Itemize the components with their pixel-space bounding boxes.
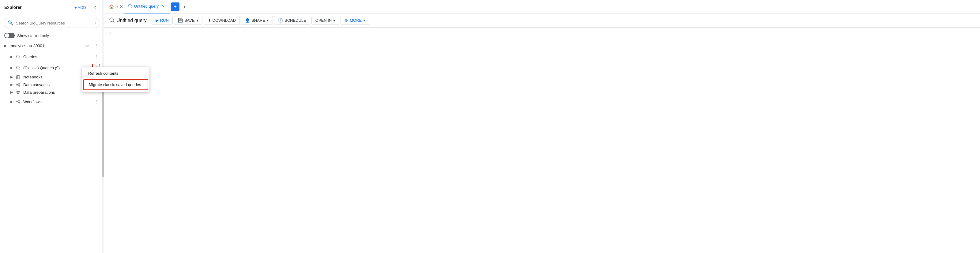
svg-line-18: [18, 101, 19, 101]
workflows-icon: [15, 100, 21, 104]
workflows-expand-icon: ▶: [9, 100, 15, 104]
svg-line-21: [131, 7, 132, 8]
new-tab-button[interactable]: +: [171, 2, 180, 11]
line-numbers: 1: [104, 27, 116, 253]
more-icon[interactable]: ⋮: [92, 41, 100, 49]
svg-point-0: [16, 55, 19, 58]
starred-label: Show starred only: [17, 33, 49, 38]
home-icon: 🏠: [109, 4, 114, 9]
workflows-more-icon[interactable]: ⋮: [92, 98, 100, 106]
share-icon: 👤: [245, 18, 250, 23]
more-dropdown-icon: ▾: [363, 18, 365, 23]
svg-line-23: [113, 21, 114, 22]
svg-point-20: [129, 4, 131, 7]
sidebar-header-actions: + ADD: [73, 3, 100, 12]
run-label: RUN: [160, 18, 169, 23]
schedule-icon: 🕐: [278, 18, 283, 23]
context-menu: Refresh contents Migrate classic saved q…: [82, 67, 150, 92]
open-in-label: OPEN IN: [315, 18, 332, 23]
schedule-label: SCHEDULE: [285, 18, 306, 23]
editor-area: 1: [104, 27, 980, 253]
migrate-label: Migrate classic saved queries: [89, 83, 141, 87]
add-button[interactable]: + ADD: [73, 4, 88, 11]
svg-point-8: [19, 85, 20, 86]
run-icon: ▶: [156, 18, 159, 23]
editor-content[interactable]: [116, 27, 980, 253]
svg-line-3: [19, 68, 20, 70]
data-canvases-expand-icon: ▶: [9, 83, 15, 87]
workflows-actions: ⋮: [92, 98, 100, 106]
toolbar-title: Untitled query: [109, 17, 147, 24]
svg-point-6: [16, 84, 18, 86]
toolbar-title-text: Untitled query: [116, 18, 147, 23]
search-bar: 🔍 ?: [4, 18, 100, 28]
classic-queries-icon: [15, 65, 21, 70]
sidebar: Explorer + ADD 🔍 ? Show starred only ▶ l…: [0, 0, 104, 253]
tab-label: Untitled query: [134, 4, 159, 9]
svg-line-1: [19, 57, 20, 59]
download-label: DOWNLOAD: [213, 18, 236, 23]
svg-point-15: [16, 101, 18, 102]
svg-line-19: [18, 102, 19, 103]
notebooks-expand-icon: ▶: [9, 75, 15, 79]
scrollbar[interactable]: [102, 0, 104, 253]
queries-icon: [15, 54, 21, 59]
project-label: lranalytics-au-80001: [9, 43, 83, 48]
more-label: MORE: [350, 18, 362, 23]
save-dropdown-icon: ▾: [196, 18, 199, 23]
close-home-button[interactable]: ✕: [118, 4, 124, 10]
classic-queries-expand-icon: ▶: [9, 66, 15, 70]
share-dropdown-icon: ▾: [267, 18, 269, 23]
notebooks-icon: [15, 75, 21, 80]
context-menu-migrate[interactable]: Migrate classic saved queries: [83, 80, 148, 90]
line-number-1: 1: [108, 31, 112, 37]
svg-point-2: [16, 66, 19, 69]
run-button[interactable]: ▶ RUN: [151, 16, 173, 25]
data-preparations-expand-icon: ▶: [9, 91, 15, 94]
queries-more-icon[interactable]: ⋮: [92, 53, 100, 60]
main-content: 🏠 ▾ ✕ Untitled query ✕ + ▾ Untitled quer…: [104, 0, 980, 253]
save-button[interactable]: 💾 SAVE ▾: [174, 16, 202, 25]
save-icon: 💾: [178, 18, 183, 23]
help-icon[interactable]: ?: [94, 21, 96, 26]
refresh-label: Refresh contents: [88, 71, 118, 76]
starred-toggle-switch[interactable]: [4, 33, 15, 38]
open-in-dropdown-icon: ▾: [333, 18, 335, 23]
svg-point-7: [19, 83, 20, 84]
star-icon[interactable]: ☆: [83, 41, 91, 49]
toolbar-title-icon: [109, 17, 115, 24]
home-tab[interactable]: 🏠: [107, 3, 116, 10]
save-label: SAVE: [185, 18, 195, 23]
sidebar-title: Explorer: [4, 5, 22, 10]
project-item[interactable]: ▶ lranalytics-au-80001 ☆ ⋮: [0, 40, 104, 51]
tabs-dropdown-button[interactable]: ▾: [180, 2, 189, 11]
download-icon: ⬇: [208, 18, 211, 23]
context-menu-refresh[interactable]: Refresh contents: [82, 68, 150, 79]
svg-rect-4: [16, 75, 20, 79]
sidebar-header: Explorer + ADD: [0, 0, 104, 15]
tab-query-icon: [128, 4, 132, 9]
more-button[interactable]: ⚙ MORE ▾: [340, 16, 369, 25]
data-canvases-icon: [15, 83, 21, 87]
queries-expand-icon: ▶: [9, 55, 15, 59]
open-in-button[interactable]: OPEN IN ▾: [312, 16, 339, 25]
svg-point-17: [19, 102, 20, 103]
collapse-button[interactable]: [91, 3, 100, 12]
queries-label: Queries: [23, 54, 92, 59]
download-button[interactable]: ⬇ DOWNLOAD: [204, 16, 240, 25]
more-icon: ⚙: [345, 18, 348, 23]
schedule-button[interactable]: 🕐 SCHEDULE: [274, 16, 310, 25]
project-actions: ☆ ⋮: [83, 41, 100, 49]
svg-point-16: [19, 100, 20, 101]
untitled-query-tab[interactable]: Untitled query ✕: [124, 0, 170, 13]
starred-toggle[interactable]: Show starred only: [0, 31, 104, 40]
search-input[interactable]: [16, 21, 91, 25]
share-button[interactable]: 👤 SHARE ▾: [241, 16, 273, 25]
queries-actions: ⋮: [92, 53, 100, 60]
tab-close-button[interactable]: ✕: [161, 4, 166, 9]
queries-item[interactable]: ▶ Queries ⋮: [6, 51, 104, 62]
data-preparations-icon: [15, 91, 21, 95]
svg-line-9: [18, 84, 19, 84]
workflows-label: Workflows: [23, 100, 92, 104]
workflows-item[interactable]: ▶ Workflows ⋮: [6, 96, 104, 107]
